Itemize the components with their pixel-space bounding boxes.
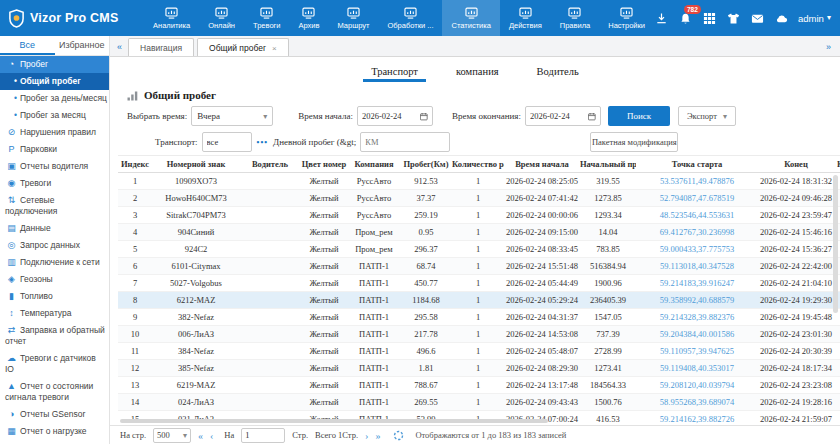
sidebar-item-refuel[interactable]: ⇄Заправка и обратный отчет xyxy=(0,322,109,350)
export-dropdown[interactable]: Экспорт ▾ xyxy=(678,106,736,126)
start-point-link[interactable]: 59.119408,40.353017 xyxy=(636,360,758,377)
expand-tabs-icon[interactable]: » xyxy=(823,42,834,56)
page-number-input[interactable] xyxy=(241,428,285,443)
theme-button[interactable] xyxy=(726,11,740,25)
start-point-link[interactable]: 59.214328,39.882376 xyxy=(636,309,758,326)
horizontal-scrollbar[interactable] xyxy=(120,419,548,423)
sidebar-item-gsensor[interactable]: ◑Отчеты GSensor xyxy=(0,406,109,423)
sidebar-tab-all[interactable]: Все xyxy=(0,36,55,55)
start-point-link[interactable]: 59.204384,40.001586 xyxy=(636,326,758,343)
table-row[interactable]: 10006-ЛиАЗЖелтыйПАТП-1217.7812026-02-24 … xyxy=(118,326,840,343)
first-page-button[interactable]: « xyxy=(198,428,203,443)
start-date-input[interactable] xyxy=(362,111,417,121)
document-tab-2[interactable]: Общий пробег× xyxy=(197,38,289,56)
subtab-2[interactable]: компания xyxy=(454,66,501,82)
sidebar-item-network[interactable]: ▥Подключение к сети xyxy=(0,254,109,271)
table-row[interactable]: 14024-ЛиАЗЖелтыйПАТП-1269.5512026-02-24 … xyxy=(118,394,840,411)
section-title: Общий пробег xyxy=(144,89,216,101)
table-row[interactable]: 75027-VolgobusЖелтыйПАТП-1450.7712026-02… xyxy=(118,275,840,292)
sidebar-subitem[interactable]: •Пробег за день/месяц xyxy=(0,90,109,107)
topnav-item-alarms[interactable]: Тревоги xyxy=(244,0,290,36)
more-options-icon[interactable]: ••• xyxy=(257,138,268,147)
table-row[interactable]: 86212-MAZЖелтыйПАТП-11184.6812026-02-24 … xyxy=(118,292,840,309)
user-menu[interactable]: admin ▾ xyxy=(798,13,831,24)
start-point-link[interactable]: 58.955268,39.689074 xyxy=(636,394,758,411)
apps-grid-button[interactable] xyxy=(702,11,716,25)
table-row[interactable]: 136219-MAZЖелтыйПАТП-1788.6712026-02-24 … xyxy=(118,377,840,394)
sidebar-item-io-alarms[interactable]: ☁Тревоги с датчиков IO xyxy=(0,350,109,378)
sidebar-item-data-query[interactable]: ◎Запрос данных xyxy=(0,237,109,254)
topnav-item-settings[interactable]: Настройки xyxy=(599,0,654,36)
transport-input[interactable] xyxy=(207,137,247,147)
messages-button[interactable] xyxy=(750,11,764,25)
sidebar-item-fuel[interactable]: ▮Топливо xyxy=(0,288,109,305)
sidebar-subitem[interactable]: •Пробег за месяц xyxy=(0,107,109,124)
topnav-item-analytics[interactable]: Аналитика xyxy=(144,0,199,36)
start-point-link[interactable]: 59.358992,40.688579 xyxy=(636,292,758,309)
sidebar-item-network-connections[interactable]: ⇅Сетевые подключения xyxy=(0,192,109,220)
sidebar-item-temperature[interactable]: ↕Температура xyxy=(0,305,109,322)
start-point-link[interactable]: 59.110957,39.947625 xyxy=(636,343,758,360)
daily-mileage-field[interactable] xyxy=(360,132,450,152)
sidebar-item-violations[interactable]: ⊘Нарушения правил xyxy=(0,124,109,141)
start-point-link[interactable]: 52.794087,47.678519 xyxy=(636,190,758,207)
sidebar-item-alarm-reports[interactable]: ◉Тревоги xyxy=(0,175,109,192)
table-row[interactable]: 9382-NefazЖелтыйПАТП-1295.5812026-02-24 … xyxy=(118,309,840,326)
sidebar-subitem[interactable]: •Общий пробег xyxy=(0,73,109,90)
start-point-link[interactable]: 59.214183,39.916247 xyxy=(636,275,758,292)
table-row[interactable]: 4904СинийЖелтыйПром_рем0.9512026-02-24 0… xyxy=(118,224,840,241)
cloud-button[interactable] xyxy=(774,11,788,25)
start-point-link[interactable]: 69.412767,30.236998 xyxy=(636,224,758,241)
vertical-scrollbar[interactable] xyxy=(833,175,838,313)
topnav-item-archive[interactable]: Архив xyxy=(289,0,328,36)
sidebar-item-load-report[interactable]: ▦Отчет о нагрузке xyxy=(0,423,109,440)
batch-modify-button[interactable]: Пакетная модификация xyxy=(590,132,678,152)
prev-page-button[interactable]: ‹ xyxy=(210,428,213,443)
sidebar-item-alarm-status[interactable]: ▲Отчет о состоянии сигнала тревоги xyxy=(0,378,109,406)
sidebar-item-data[interactable]: ▤Данные xyxy=(0,220,109,237)
sidebar-item-mileage[interactable]: ◔Пробег xyxy=(0,56,109,73)
start-point-link[interactable]: 59.214162,39.882726 xyxy=(636,411,758,426)
document-tab-1[interactable]: Навигация xyxy=(128,38,194,56)
subtab-1[interactable]: Транспорт xyxy=(369,66,420,82)
transport-field[interactable] xyxy=(202,132,252,152)
start-date-field[interactable] xyxy=(357,106,433,126)
close-tab-icon[interactable]: × xyxy=(272,44,277,53)
topnav-item-online[interactable]: Онлайн xyxy=(199,0,244,36)
per-page-select[interactable]: 500 ▾ xyxy=(153,428,191,443)
search-button[interactable]: Поиск xyxy=(608,106,670,126)
refresh-button[interactable] xyxy=(393,430,404,441)
next-page-button[interactable]: › xyxy=(365,428,368,443)
table-row[interactable]: 5924C2ЖелтыйПром_рем296.3712026-02-24 08… xyxy=(118,241,840,258)
subtab-3[interactable]: Водитель xyxy=(535,66,581,82)
sidebar-item-geofence[interactable]: ◈Геозоны xyxy=(0,271,109,288)
topnav-item-processing[interactable]: Обработки ... xyxy=(378,0,442,36)
start-point-link[interactable]: 48.523546,44.553631 xyxy=(636,207,758,224)
last-page-button[interactable]: » xyxy=(375,428,380,443)
collapse-tabs-icon[interactable]: « xyxy=(114,42,125,56)
table-row[interactable]: 11384-NefazЖелтыйПАТП-1496.612026-02-24 … xyxy=(118,343,840,360)
topnav-item-rules[interactable]: Правила xyxy=(551,0,599,36)
end-date-field[interactable] xyxy=(525,106,601,126)
topnav-item-actions[interactable]: Действия xyxy=(500,0,551,36)
time-range-select[interactable]: Вчера ▾ xyxy=(191,106,273,126)
start-point-link[interactable]: 59.113018,40.347528 xyxy=(636,258,758,275)
table-row[interactable]: 3SitrakC704PM73ЖелтыйРуссАвто259.1912026… xyxy=(118,207,840,224)
topnav-item-route[interactable]: Маршрут xyxy=(329,0,379,36)
sidebar-item-parking[interactable]: PПарковки xyxy=(0,141,109,158)
daily-mileage-input[interactable] xyxy=(365,137,445,147)
table-row[interactable]: 12385-NefazЖелтыйПАТП-11.8112026-02-24 0… xyxy=(118,360,840,377)
start-point-link[interactable]: 59.000433,37.775753 xyxy=(636,241,758,258)
start-point-link[interactable]: 59.208120,40.039794 xyxy=(636,377,758,394)
table-row[interactable]: 2HowoH640CM73ЖелтыйРуссАвто37.3712026-02… xyxy=(118,190,840,207)
topnav-item-statistics[interactable]: Статистика xyxy=(442,0,499,36)
download-button[interactable] xyxy=(654,11,668,25)
sidebar-tab-favorites[interactable]: Избранное xyxy=(55,36,110,55)
start-point-link[interactable]: 53.537611,49.478876 xyxy=(636,173,758,190)
table-row[interactable]: 110909XO73ЖелтыйРуссАвто912.5312026-02-2… xyxy=(118,173,840,190)
sidebar-item-driver-reports[interactable]: ▣Отчеты водителя xyxy=(0,158,109,175)
table-row[interactable]: 66101-CitymaxЖелтыйПАТП-168.7412026-02-2… xyxy=(118,258,840,275)
sidebar-item-statistics-report[interactable]: ≡Отчет статистики xyxy=(0,440,109,444)
alarm-bell-button[interactable]: 782 xyxy=(678,11,692,25)
end-date-input[interactable] xyxy=(530,111,585,121)
